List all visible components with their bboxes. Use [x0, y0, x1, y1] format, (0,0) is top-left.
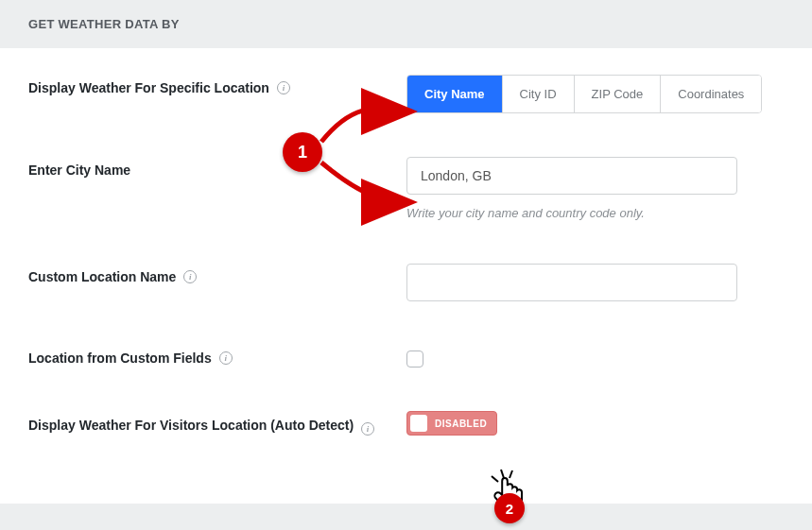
row-visitor-location: Display Weather For Visitors Location (A…	[28, 411, 784, 436]
control-from-custom-fields	[406, 345, 784, 368]
custom-location-input[interactable]	[406, 264, 737, 301]
label-from-custom-fields: Location from Custom Fields i	[28, 345, 406, 366]
info-icon[interactable]: i	[183, 270, 197, 283]
label-visitor-location: Display Weather For Visitors Location (A…	[28, 411, 406, 436]
row-specific-location: Display Weather For Specific Location i …	[28, 75, 784, 113]
city-name-hint: Write your city name and country code on…	[406, 206, 784, 220]
control-specific-location: City Name City ID ZIP Code Coordinates	[406, 75, 784, 113]
visitor-location-toggle[interactable]: DISABLED	[406, 411, 497, 436]
toggle-label: DISABLED	[435, 419, 487, 429]
footer-bar	[0, 504, 812, 530]
row-from-custom-fields: Location from Custom Fields i	[28, 345, 784, 368]
info-icon[interactable]: i	[219, 351, 233, 365]
control-visitor-location: DISABLED	[406, 411, 784, 436]
info-icon[interactable]: i	[361, 422, 374, 436]
label-text: Location from Custom Fields	[28, 350, 212, 366]
toggle-knob	[410, 415, 427, 432]
label-city-name: Enter City Name	[28, 157, 406, 178]
tab-city-id[interactable]: City ID	[503, 76, 575, 112]
info-icon[interactable]: i	[277, 81, 290, 94]
label-custom-location: Custom Location Name i	[28, 264, 406, 284]
control-custom-location	[406, 264, 784, 301]
city-name-input[interactable]	[406, 157, 737, 195]
custom-fields-checkbox[interactable]	[406, 350, 423, 368]
label-text: Display Weather For Visitors Location (A…	[28, 418, 354, 433]
tab-zip-code[interactable]: ZIP Code	[575, 76, 662, 112]
tab-coordinates[interactable]: Coordinates	[661, 76, 761, 112]
section-header: GET WEATHER DATA BY	[0, 0, 812, 48]
control-city-name: Write your city name and country code on…	[406, 157, 784, 220]
label-text: Enter City Name	[28, 162, 130, 178]
form-body: Display Weather For Specific Location i …	[0, 48, 812, 477]
tab-city-name[interactable]: City Name	[407, 76, 503, 112]
section-title: GET WEATHER DATA BY	[28, 17, 180, 31]
row-city-name: Enter City Name Write your city name and…	[28, 157, 784, 220]
label-text: Display Weather For Specific Location	[28, 80, 269, 95]
label-text: Custom Location Name	[28, 269, 176, 284]
location-type-tabs: City Name City ID ZIP Code Coordinates	[406, 75, 762, 113]
row-custom-location: Custom Location Name i	[28, 264, 784, 301]
label-specific-location: Display Weather For Specific Location i	[28, 75, 406, 95]
